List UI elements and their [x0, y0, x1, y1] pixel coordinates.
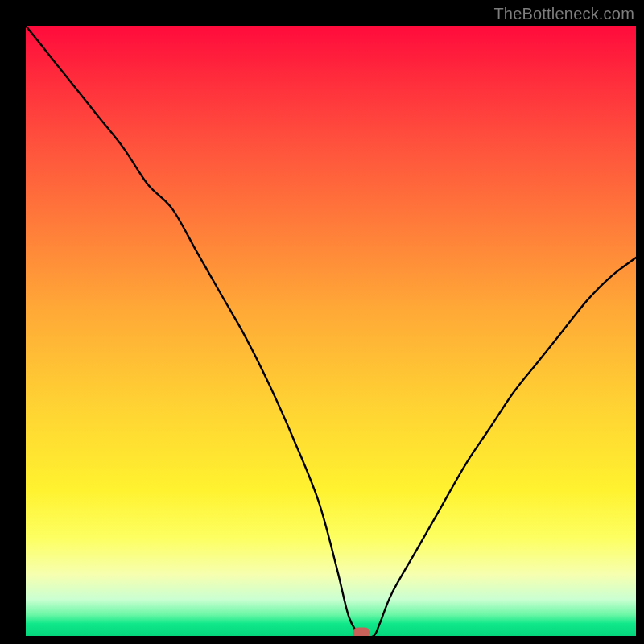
curve-layer: [26, 26, 636, 636]
watermark-text: TheBottleneck.com: [493, 5, 634, 23]
optimal-point-marker: [353, 628, 370, 637]
chart-stage: TheBottleneck.com: [0, 0, 644, 644]
bottleneck-curve: [26, 26, 636, 636]
plot-area: [26, 26, 636, 636]
